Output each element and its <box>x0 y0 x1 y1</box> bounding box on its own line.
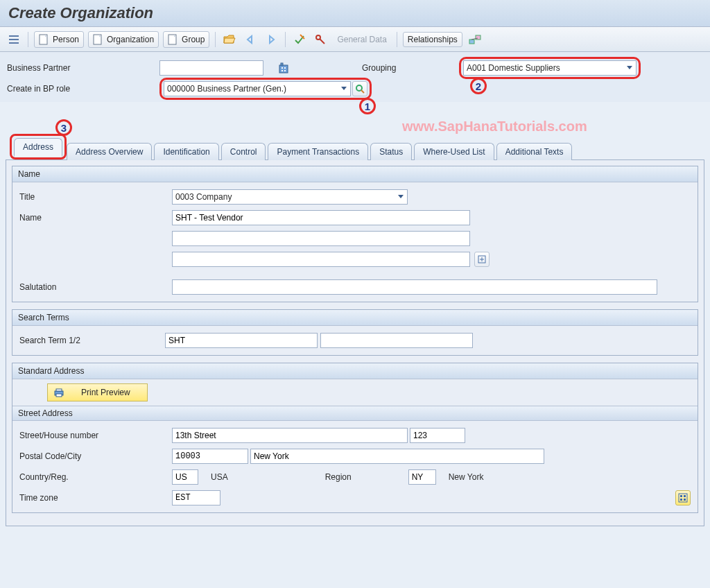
country-desc: USA <box>211 472 228 482</box>
region-label: Region <box>325 472 408 482</box>
svg-rect-18 <box>56 389 62 391</box>
bp-role-dropdown[interactable]: 000000 Business Partner (Gen.) <box>164 81 351 96</box>
svg-rect-2 <box>9 42 19 44</box>
group-name: Name Title 0003 Company Name <box>12 166 698 302</box>
salutation-input[interactable] <box>172 279 657 295</box>
name-input-2[interactable] <box>172 231 470 246</box>
check-edit-icon[interactable] <box>291 31 308 48</box>
street-input[interactable] <box>172 428 408 443</box>
grouping-value: A001 Domestic Suppliers <box>467 63 560 73</box>
svg-rect-0 <box>9 35 19 37</box>
svg-rect-23 <box>680 499 682 501</box>
country-input[interactable] <box>172 469 198 485</box>
svg-rect-13 <box>282 70 283 71</box>
country-label: Country/Reg. <box>19 472 172 482</box>
document-icon <box>168 34 179 45</box>
region-input[interactable] <box>408 469 436 485</box>
back-arrow-icon[interactable] <box>242 31 259 48</box>
search-term-1-input[interactable] <box>165 333 318 348</box>
title-label: Title <box>19 192 172 202</box>
svg-rect-22 <box>684 495 686 497</box>
svg-rect-21 <box>680 495 682 497</box>
svg-rect-19 <box>56 394 62 397</box>
more-fields-icon[interactable] <box>675 490 691 505</box>
separator <box>397 32 397 47</box>
city-input[interactable] <box>250 449 544 464</box>
svg-rect-14 <box>284 70 286 71</box>
postal-label: Postal Code/City <box>19 451 172 461</box>
tab-where-used[interactable]: Where-Used List <box>414 143 494 160</box>
name-input-3[interactable] <box>172 252 470 267</box>
grouping-label: Grouping <box>362 63 459 73</box>
watermark: www.SapHanaTutorials.com <box>402 119 587 135</box>
chevron-down-icon <box>340 86 347 92</box>
title-value: 0003 Company <box>175 192 232 202</box>
salutation-label: Salutation <box>19 282 172 292</box>
document-icon <box>93 34 104 45</box>
postal-code-input[interactable] <box>172 449 248 464</box>
svg-rect-20 <box>679 494 687 502</box>
tab-address-overview[interactable]: Address Overview <box>67 143 152 160</box>
chevron-down-icon <box>626 65 633 71</box>
tab-pane-address: Name Title 0003 Company Name <box>6 159 704 526</box>
general-data-button: General Data <box>337 35 386 44</box>
house-number-input[interactable] <box>410 428 465 443</box>
bp-role-value: 000000 Business Partner (Gen.) <box>167 84 286 94</box>
title-dropdown[interactable]: 0003 Company <box>172 189 408 205</box>
group-button[interactable]: Group <box>163 31 209 48</box>
tab-additional-texts[interactable]: Additional Texts <box>496 143 573 160</box>
annotation-2: 2 <box>470 78 487 94</box>
tabstrip: Address Address Overview Identification … <box>6 134 704 159</box>
search-term-2-input[interactable] <box>320 333 473 348</box>
tab-status[interactable]: Status <box>370 143 412 160</box>
group-name-header: Name <box>12 166 698 182</box>
relationships-button[interactable]: Relationships <box>403 32 462 47</box>
toolbar-label: Relationships <box>408 35 458 44</box>
business-partner-input[interactable] <box>159 60 263 76</box>
chevron-down-icon <box>397 194 404 200</box>
annotation-ring-3: Address <box>10 134 67 159</box>
menu-icon[interactable] <box>6 31 22 48</box>
tab-address[interactable]: Address <box>14 138 62 157</box>
annotation-ring-2: A001 Domestic Suppliers <box>459 57 641 79</box>
separator <box>28 32 28 47</box>
create-bp-role-label: Create in BP role <box>7 84 159 94</box>
search-term-label: Search Term 1/2 <box>19 336 165 345</box>
tab-identification[interactable]: Identification <box>154 143 218 160</box>
separator <box>215 32 216 47</box>
document-icon <box>39 34 50 45</box>
street-label: Street/House number <box>19 431 172 440</box>
group-search-header: Search Terms <box>12 310 698 326</box>
region-desc: New York <box>449 472 484 482</box>
svg-rect-1 <box>9 39 19 40</box>
expand-icon[interactable] <box>474 252 490 267</box>
open-folder-icon[interactable] <box>221 31 238 48</box>
annotation-ring-1: 000000 Business Partner (Gen.) <box>159 78 372 100</box>
toolbar-label: Group <box>182 35 205 44</box>
tab-control[interactable]: Control <box>221 143 266 160</box>
forward-arrow-icon[interactable] <box>263 31 279 48</box>
annotation-3: 3 <box>55 119 72 136</box>
grouping-dropdown[interactable]: A001 Domestic Suppliers <box>463 60 637 76</box>
timezone-input[interactable] <box>172 490 220 505</box>
name-label: Name <box>19 213 172 223</box>
group-search-terms: Search Terms Search Term 1/2 <box>12 309 698 356</box>
header-form: Business Partner Grouping A001 Domestic … <box>0 52 710 102</box>
name-input-1[interactable] <box>172 210 470 225</box>
assign-icon[interactable] <box>467 31 483 48</box>
tab-payment-transactions[interactable]: Payment Transactions <box>268 143 368 160</box>
search-help-icon[interactable] <box>352 81 367 96</box>
timezone-label: Time zone <box>19 493 172 503</box>
svg-point-15 <box>356 85 362 91</box>
person-button[interactable]: Person <box>34 31 84 48</box>
separator <box>285 32 286 47</box>
annotation-1: 1 <box>359 98 376 114</box>
settings-wrench-icon[interactable] <box>312 31 329 48</box>
print-preview-button[interactable]: Print Preview <box>47 383 148 401</box>
group-std-address-header: Standard Address <box>12 363 698 379</box>
organization-button[interactable]: Organization <box>88 31 159 48</box>
svg-rect-9 <box>279 65 288 73</box>
toolbar: Person Organization Group General Data R… <box>0 27 710 52</box>
toolbar-label: Person <box>53 35 79 44</box>
svg-rect-24 <box>684 499 686 501</box>
